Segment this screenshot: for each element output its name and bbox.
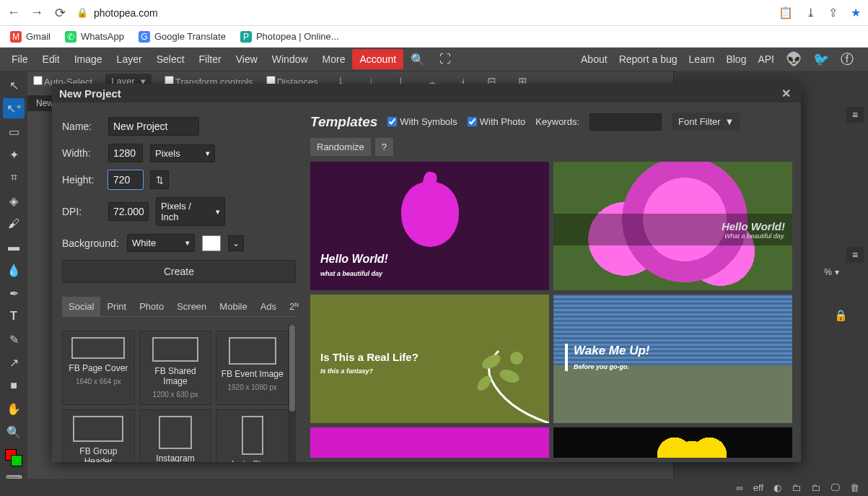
menu-select[interactable]: Select [149,49,192,69]
menu-filter[interactable]: Filter [192,49,229,69]
bookmark-star-icon[interactable]: ★ [851,6,861,19]
link-learn[interactable]: Learn [689,53,715,65]
install-icon[interactable]: ⤓ [806,6,815,19]
panel-menu-icon[interactable]: ≡ [846,107,864,123]
name-input[interactable] [108,117,199,136]
blur-tool[interactable]: 💧 [3,260,25,280]
status-trash-icon[interactable]: 🗑 [850,482,859,493]
search-icon[interactable]: 🔍 [403,53,432,66]
create-button[interactable]: Create [62,260,296,283]
menu-window[interactable]: Window [265,49,315,69]
tab-ads[interactable]: Ads [254,297,283,316]
bookmark-translate[interactable]: GGoogle Translate [139,31,226,43]
link-blog[interactable]: Blog [726,53,746,65]
height-input[interactable] [108,170,143,189]
move-tool[interactable]: ↖ [3,75,25,95]
crop-tool[interactable]: ⌗ [3,167,25,188]
clone-tool[interactable]: ✎ [3,329,25,349]
preset-scrollbar[interactable] [289,325,296,462]
tab-print[interactable]: Print [100,297,133,316]
link-about[interactable]: About [581,53,608,65]
template-card[interactable] [553,427,792,458]
help-button[interactable]: ? [375,138,393,156]
menu-more[interactable]: More [315,49,353,69]
with-symbols-checkbox[interactable]: With Symbols [387,116,457,127]
shape-tool[interactable]: ■ [3,375,25,396]
lock-icon[interactable]: 🔒 [834,309,848,322]
reddit-icon[interactable]: 👽 [786,51,802,67]
address-bar[interactable]: 🔒 photopea.com [76,7,158,19]
forward-icon[interactable]: → [30,6,43,19]
close-icon[interactable]: ✕ [779,87,794,100]
menu-view[interactable]: View [229,49,265,69]
marquee-tool[interactable]: ▭ [3,121,25,142]
menu-edit[interactable]: Edit [35,49,67,69]
font-filter-button[interactable]: Font Filter▼ [672,113,740,131]
template-card[interactable]: Hello World!What a beautiful day. [553,162,792,290]
preset-card[interactable]: FB Group Header1640 x 856 px [62,409,135,462]
dpi-units-select[interactable]: Pixels / Inch [156,197,225,226]
menu-layer[interactable]: Layer [110,49,149,69]
pencil-tool[interactable]: ▬ [3,237,25,257]
preset-card[interactable]: FB Page Cover1640 x 664 px [62,331,135,405]
reload-icon[interactable]: ⟳ [53,6,66,19]
bookmark-photopea[interactable]: PPhotopea | Online... [240,31,339,43]
background-color-chip[interactable] [202,235,221,251]
preset-card[interactable]: FB Event Image1920 x 1080 px [216,331,289,405]
tab-social[interactable]: Social [62,297,100,316]
swap-dimensions-button[interactable]: ⇅ [150,170,169,189]
preset-card[interactable]: Instagram1080 x 1080 px [139,409,212,462]
tab-mobile[interactable]: Mobile [213,297,253,316]
menu-account[interactable]: Account [352,49,403,69]
background-extra-button[interactable]: ⌄ [228,235,244,251]
clipboard-icon[interactable]: 📋 [779,6,793,19]
hand-tool[interactable]: ✋ [3,399,25,419]
brush-tool[interactable]: 🖌 [3,214,25,234]
menu-file[interactable]: File [4,49,35,69]
menu-image[interactable]: Image [67,49,110,69]
tab-screen[interactable]: Screen [170,297,213,316]
status-newlayer-icon[interactable]: 🖵 [830,482,840,493]
randomize-button[interactable]: Randomize [310,138,371,156]
status-folder-icon[interactable]: 🗀 [811,482,820,493]
pen-tool[interactable]: ✒ [3,283,25,303]
opacity-value[interactable]: %▾ [824,267,839,277]
tab-photo[interactable]: Photo [133,297,170,316]
bookmark-whatsapp[interactable]: ✆WhatsApp [65,31,124,43]
with-photo-checkbox[interactable]: With Photo [468,116,526,127]
wand-tool[interactable]: ✦ [3,144,25,165]
facebook-icon[interactable]: ⓕ [841,51,854,68]
fullscreen-icon[interactable]: ⛶ [432,53,458,66]
background-select[interactable]: White [127,234,195,252]
template-card[interactable]: Is This a Real Life?Is this a fantasy? [310,295,549,423]
share-icon[interactable]: ⇪ [828,6,838,19]
status-mask-icon[interactable]: ◐ [773,482,781,493]
zoom-tool[interactable]: 🔍 [3,422,25,442]
type-tool[interactable]: T [3,306,25,326]
template-card[interactable] [310,427,549,458]
color-swatches[interactable] [5,449,22,466]
dpi-input[interactable] [108,202,149,221]
dialog-titlebar[interactable]: New Project ✕ [52,84,801,103]
artboard-tool[interactable]: ↖⁺ [3,98,25,118]
width-units-select[interactable]: Pixels [150,144,215,162]
keywords-input[interactable] [589,113,662,131]
tab-2n[interactable]: 2ᴺ [283,297,305,316]
eyedropper-tool[interactable]: ◈ [3,191,25,211]
bookmark-gmail[interactable]: MGmail [10,31,51,43]
panel-menu-icon[interactable]: ≡ [846,247,864,263]
template-card[interactable]: Hello World!what a beautiful day [310,162,549,290]
back-icon[interactable]: ← [7,6,20,19]
path-tool[interactable]: ↗ [3,352,25,373]
preset-card[interactable]: FB Shared Image1200 x 630 px [139,331,212,405]
status-link-icon[interactable]: ∞ [737,482,743,493]
preset-card[interactable]: Insta Story1080 x 1920 px [216,409,289,462]
status-eff-icon[interactable]: eff [753,482,763,493]
width-input[interactable] [108,144,143,162]
link-report-bug[interactable]: Report a bug [619,53,678,65]
twitter-icon[interactable]: 🐦 [813,51,829,67]
template-card[interactable]: Wake Me Up!Before you go-go. [553,295,792,423]
link-api[interactable]: API [758,53,774,65]
status-folder-icon[interactable]: 🗀 [792,482,801,493]
lock-icon: 🔒 [76,7,88,18]
